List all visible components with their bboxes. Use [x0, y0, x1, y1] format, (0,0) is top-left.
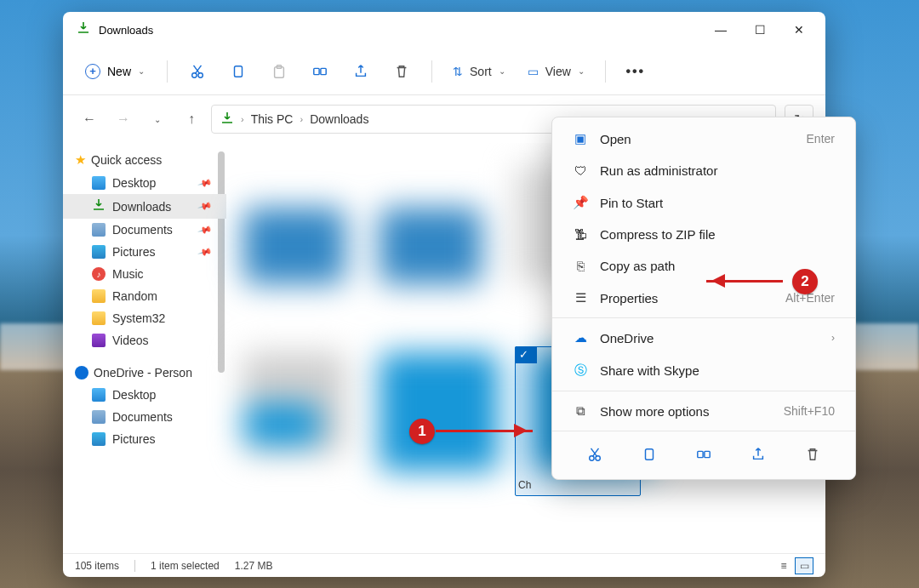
sidebar-item-desktop[interactable]: Desktop📌: [75, 172, 226, 194]
open-icon: ▣: [573, 131, 588, 146]
videos-icon: [92, 334, 106, 347]
cut-icon[interactable]: [180, 56, 215, 87]
copy-icon[interactable]: [220, 56, 256, 87]
rename-icon[interactable]: [302, 56, 338, 87]
toolbar: + New ⌄ ⇅ Sort ⌄ ▭ View ⌄ •••: [63, 48, 825, 95]
onedrive-icon: ☁: [573, 330, 588, 345]
breadcrumb-root[interactable]: This PC: [251, 112, 294, 126]
thumbnails-view-button[interactable]: ▭: [795, 557, 813, 574]
svg-point-1: [198, 72, 203, 77]
details-view-button[interactable]: ≡: [774, 557, 793, 574]
ctx-open[interactable]: ▣OpenEnter: [552, 123, 855, 155]
selected-filename: Ch: [518, 479, 531, 491]
svg-rect-11: [705, 451, 710, 457]
desktop-icon: [92, 388, 106, 402]
plus-circle-icon: +: [85, 64, 100, 79]
delete-icon[interactable]: [802, 443, 824, 465]
ctx-run-admin[interactable]: 🛡Run as administrator: [552, 155, 855, 186]
status-bar: 105 items 1 item selected 1.27 MB ≡ ▭: [63, 553, 825, 577]
rename-icon[interactable]: [693, 443, 715, 465]
ctx-skype[interactable]: ⓈShare with Skype: [552, 354, 855, 387]
sidebar-item-system32[interactable]: System32: [75, 307, 226, 329]
sidebar-item-documents[interactable]: Documents📌: [75, 219, 226, 241]
annotation-arrow-2: [706, 280, 783, 283]
onedrive-icon: [75, 366, 88, 380]
annotation-1: 1: [409, 419, 435, 444]
pin-icon: 📌: [197, 222, 214, 237]
downloads-icon: [220, 111, 234, 128]
pin-icon: 📌: [197, 244, 214, 260]
forward-button[interactable]: →: [109, 105, 138, 134]
pictures-icon: [92, 432, 106, 446]
paste-icon[interactable]: [261, 56, 297, 87]
svg-rect-9: [646, 449, 654, 460]
copy-icon[interactable]: [638, 443, 660, 465]
annotation-2: 2: [792, 269, 818, 294]
document-icon: [92, 223, 106, 237]
folder-icon: [92, 289, 106, 303]
star-icon: ★: [75, 152, 86, 168]
delete-icon[interactable]: [384, 56, 420, 87]
share-icon[interactable]: [747, 443, 769, 465]
ctx-pin-start[interactable]: 📌Pin to Start: [552, 186, 855, 219]
more-icon: ⧉: [573, 403, 588, 419]
selection-size: 1.27 MB: [235, 560, 273, 572]
selection-checkbox[interactable]: [515, 346, 537, 363]
sidebar-item-random[interactable]: Random: [75, 285, 226, 307]
pin-icon: 📌: [197, 175, 214, 191]
back-button[interactable]: ←: [75, 105, 104, 134]
ctx-quick-actions: [552, 435, 855, 474]
shield-icon: 🛡: [573, 163, 588, 178]
svg-point-0: [192, 72, 197, 77]
pin-icon: 📌: [197, 198, 214, 214]
sidebar-item-downloads[interactable]: Downloads📌: [63, 194, 226, 219]
view-button[interactable]: ▭ View ⌄: [519, 60, 593, 83]
music-icon: ♪: [92, 267, 106, 281]
chevron-down-icon: ⌄: [499, 66, 505, 76]
folder-icon: [92, 311, 106, 325]
quick-access-header[interactable]: ★ Quick access: [75, 148, 226, 172]
ctx-compress[interactable]: 🗜Compress to ZIP file: [552, 219, 855, 250]
recent-button[interactable]: ⌄: [143, 105, 172, 134]
pin-icon: 📌: [573, 195, 588, 210]
minimize-button[interactable]: —: [701, 16, 740, 43]
path-icon: ⎘: [573, 259, 588, 273]
sidebar-onedrive-pictures[interactable]: Pictures: [75, 428, 226, 450]
properties-icon: ☰: [573, 290, 588, 305]
item-count: 105 items: [75, 560, 119, 572]
chevron-down-icon: ⌄: [138, 66, 145, 76]
chevron-right-icon: ›: [831, 332, 835, 344]
onedrive-header[interactable]: OneDrive - Person: [75, 362, 226, 384]
ctx-onedrive[interactable]: ☁OneDrive›: [552, 322, 855, 354]
sidebar-item-videos[interactable]: Videos: [75, 329, 226, 351]
chevron-down-icon: ⌄: [578, 66, 585, 76]
context-menu: ▣OpenEnter 🛡Run as administrator 📌Pin to…: [551, 117, 856, 480]
more-icon[interactable]: •••: [618, 56, 654, 87]
svg-rect-2: [235, 66, 243, 77]
ctx-more-options[interactable]: ⧉Show more optionsShift+F10: [552, 395, 855, 427]
pictures-icon: [92, 245, 106, 259]
sort-icon: ⇅: [453, 65, 463, 78]
new-button[interactable]: + New ⌄: [75, 59, 155, 84]
breadcrumb-folder[interactable]: Downloads: [310, 112, 368, 126]
sidebar-item-pictures[interactable]: Pictures📌: [75, 241, 226, 263]
svg-rect-5: [314, 68, 319, 74]
svg-rect-6: [321, 68, 326, 74]
sidebar: ★ Quick access Desktop📌 Downloads📌 Docum…: [63, 143, 226, 553]
sidebar-onedrive-documents[interactable]: Documents: [75, 406, 226, 428]
cut-icon[interactable]: [584, 443, 606, 465]
svg-point-7: [590, 456, 594, 460]
titlebar[interactable]: Downloads — ☐ ✕: [63, 12, 825, 48]
sidebar-onedrive-desktop[interactable]: Desktop: [75, 384, 226, 406]
share-icon[interactable]: [343, 56, 379, 87]
downloads-icon: [92, 198, 106, 214]
close-button[interactable]: ✕: [779, 16, 819, 43]
svg-point-8: [596, 456, 600, 460]
sort-button[interactable]: ⇅ Sort ⌄: [444, 60, 514, 83]
up-button[interactable]: ↑: [177, 105, 206, 134]
sidebar-item-music[interactable]: ♪Music: [75, 263, 226, 285]
desktop-icon: [92, 176, 106, 190]
skype-icon: Ⓢ: [573, 363, 588, 379]
annotation-arrow-1: [436, 430, 533, 432]
maximize-button[interactable]: ☐: [740, 16, 779, 43]
